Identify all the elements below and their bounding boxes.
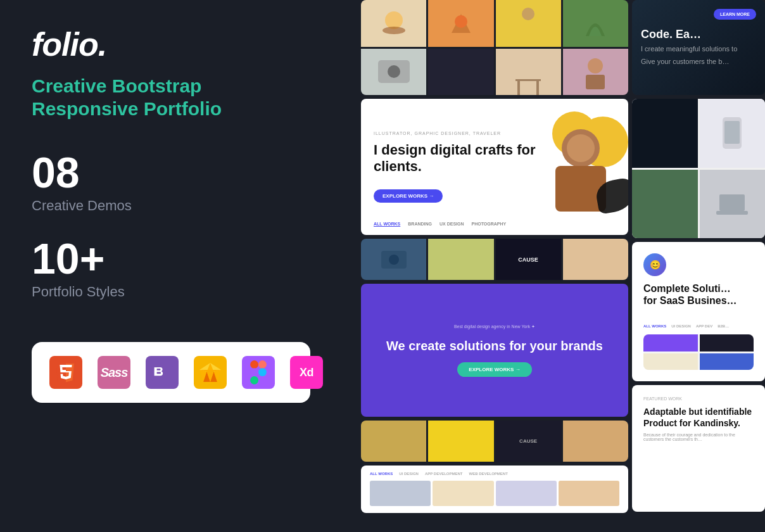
pf-nav-branding[interactable]: BRANDING (408, 222, 432, 226)
left-panel: folio. Creative Bootstrap Responsive Por… (0, 0, 361, 532)
sp-dark (632, 99, 698, 168)
stat-number-2: 10+ (32, 237, 329, 280)
btm-cause: CAUSE (496, 421, 561, 462)
photo-camera2 (361, 49, 426, 96)
tagline-line2: Responsive Portfolio (32, 98, 222, 119)
svg-rect-3 (250, 368, 258, 376)
svg-rect-25 (719, 194, 745, 211)
svg-point-9 (522, 8, 534, 20)
photo-bottom-strip: CAUSE (361, 421, 628, 462)
side-card-1-btn[interactable]: LEARN MORE (714, 9, 756, 20)
stat-block-1: 08 Creative Demos (32, 151, 329, 214)
purple-explore-btn[interactable]: EXPLORE WORKS → (457, 362, 531, 377)
sc2-b2b[interactable]: B2B… (718, 324, 729, 328)
svg-point-4 (258, 368, 267, 376)
sp-laptop (700, 170, 766, 239)
photo-food (361, 0, 426, 47)
side-card-saas: 😊 Complete Soluti…for SaaS Busines… ALL … (632, 242, 765, 381)
side-card-1-title: Code. Ea…I create meaningful solutions t… (641, 28, 756, 67)
photo-fox (428, 0, 493, 47)
svg-point-6 (385, 11, 403, 29)
portfolio-explore-btn[interactable]: EXPLORE WORKS → (374, 189, 443, 203)
tech-icons-bar: Sass (32, 342, 310, 403)
bp-all-works[interactable]: ALL WORKS (370, 472, 393, 476)
sp2-light (643, 353, 698, 370)
btm-burger (563, 421, 628, 462)
svg-rect-13 (515, 79, 541, 81)
svg-rect-17 (586, 75, 605, 89)
tagline: Creative Bootstrap Responsive Portfolio (32, 75, 329, 120)
bottom-nav-row: ALL WORKS UI DESIGN APP DEVELOPMENT WEB … (370, 472, 619, 476)
html5-icon (49, 356, 82, 389)
stat-block-2: 10+ Portfolio Styles (32, 237, 329, 300)
bootstrap-icon (146, 356, 179, 389)
svg-point-20 (567, 134, 595, 162)
svg-point-8 (455, 15, 467, 28)
portfolio-title: I design digital crafts for clients. (374, 142, 546, 174)
strip-bread (563, 239, 628, 280)
sketch-icon (194, 356, 227, 389)
portfolio-nav-row: ALL WORKS BRANDING UX DESIGN PHOTOGRAPHY (374, 222, 506, 226)
photo-person-yellow (496, 0, 561, 47)
photo-dark (428, 49, 493, 96)
portfolio-text: Illustrator, Graphic Designer, Traveler … (374, 131, 546, 203)
side-column: LEARN MORE Code. Ea…I create meaningful … (632, 0, 765, 532)
sp2-purple (643, 334, 698, 352)
side-card-code: LEARN MORE Code. Ea…I create meaningful … (632, 0, 765, 95)
bp-app-dev[interactable]: APP DEVELOPMENT (425, 472, 463, 476)
sc2-all-works[interactable]: ALL WORKS (643, 324, 666, 328)
xd-icon: Xd (290, 356, 323, 389)
strip-camera (361, 239, 426, 280)
svg-rect-24 (724, 121, 740, 144)
strip-dark: CAUSE (496, 239, 561, 280)
photo-grid-top (361, 0, 628, 95)
sp-green (632, 170, 698, 239)
side-mini-photos (643, 334, 754, 370)
right-panel: Illustrator, Graphic Designer, Traveler … (361, 0, 765, 532)
portfolio-subtitle: Illustrator, Graphic Designer, Traveler (374, 131, 546, 136)
logo: folio. (32, 25, 329, 63)
tagline-line1: Creative Bootstrap (32, 75, 201, 96)
svg-point-7 (382, 27, 405, 34)
bp-web-dev[interactable]: WEB DEVELOPMENT (469, 472, 507, 476)
bp-ui-design[interactable]: UI DESIGN (399, 472, 419, 476)
pf-nav-all[interactable]: ALL WORKS (374, 222, 400, 226)
svg-rect-5 (250, 376, 258, 384)
sp2-dark (700, 334, 754, 352)
pf-nav-photo[interactable]: PHOTOGRAPHY (472, 222, 507, 226)
svg-rect-1 (250, 360, 258, 369)
photo-table (496, 49, 561, 96)
main-screenshots-column: Illustrator, Graphic Designer, Traveler … (361, 0, 628, 532)
sass-icon: Sass (98, 356, 130, 389)
sc2-avatar: 😊 (643, 253, 666, 276)
photo-strip: CAUSE (361, 239, 628, 280)
sp-phone (700, 99, 766, 168)
btm-yellow (428, 421, 493, 462)
sc3-body: Because of their courage and dedication … (643, 433, 754, 441)
svg-point-12 (388, 65, 400, 78)
btm-tattoo (361, 421, 426, 462)
sp2-blue (700, 353, 754, 370)
sc2-nav: ALL WORKS UI DESIGN APP DEV B2B… (643, 324, 754, 328)
photo-plants (563, 0, 628, 47)
side-card-photos-1 (632, 99, 765, 238)
photo-portrait (563, 49, 628, 96)
purple-cta-card: Best digital design agency in New York ✦… (361, 284, 628, 417)
sc3-label: FEATURED WORK (643, 396, 754, 401)
purple-card-small: Best digital design agency in New York ✦ (454, 324, 535, 329)
strip-veggies (428, 239, 493, 280)
svg-rect-14 (517, 81, 520, 95)
sc2-app-dev[interactable]: APP DEV (696, 324, 712, 328)
purple-card-title: We create solutions for your brands (386, 338, 603, 353)
bottom-partial-screenshot: ALL WORKS UI DESIGN APP DEVELOPMENT WEB … (361, 466, 628, 513)
svg-rect-2 (258, 360, 267, 369)
pf-nav-ux[interactable]: UX DESIGN (439, 222, 464, 226)
svg-point-22 (389, 255, 399, 265)
svg-point-16 (588, 58, 603, 73)
stat-number-1: 08 (32, 151, 329, 194)
sc2-title: Complete Soluti…for SaaS Busines… (643, 282, 754, 318)
svg-rect-10 (521, 22, 536, 42)
sc2-ui-design[interactable]: UI DESIGN (671, 324, 691, 328)
svg-rect-15 (536, 81, 539, 95)
figma-icon (242, 356, 275, 389)
